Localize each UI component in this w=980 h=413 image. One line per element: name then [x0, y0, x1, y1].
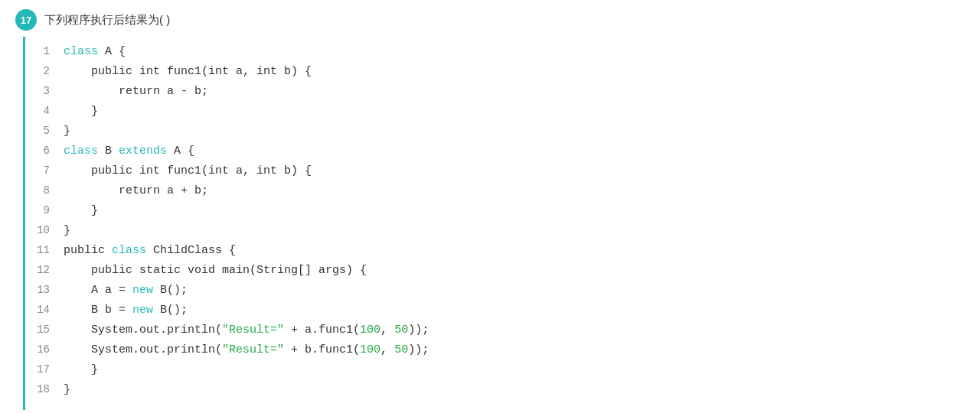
code-line: 7 public int func1(int a, int b) { — [25, 164, 957, 184]
code-text: B b = new B(); — [64, 304, 188, 317]
code-text: } — [64, 125, 70, 138]
line-number: 6 — [25, 145, 64, 157]
line-number: 18 — [25, 383, 64, 395]
code-text: System.out.println("Result=" + b.func1(1… — [64, 343, 429, 356]
code-line: 11public class ChildClass { — [25, 243, 957, 263]
line-number: 16 — [25, 343, 64, 356]
code-text: return a - b; — [64, 85, 208, 98]
code-line: 18} — [25, 382, 957, 402]
code-text: System.out.println("Result=" + a.func1(1… — [64, 324, 429, 337]
code-line: 9 } — [25, 203, 957, 223]
code-line: 4 } — [25, 104, 957, 124]
code-text: public class ChildClass { — [64, 244, 236, 257]
code-line: 6class B extends A { — [25, 144, 957, 164]
code-line: 14 B b = new B(); — [25, 303, 957, 323]
code-text: } — [64, 204, 98, 217]
code-text: class B extends A { — [64, 145, 194, 158]
code-text: return a + b; — [64, 184, 208, 197]
line-number: 5 — [25, 125, 64, 137]
code-text: public static void main(String[] args) { — [64, 264, 367, 277]
code-text: } — [64, 363, 98, 376]
code-line: 16 System.out.println("Result=" + b.func… — [25, 343, 957, 363]
code-text: public int func1(int a, int b) { — [64, 164, 312, 177]
code-text: A a = new B(); — [64, 284, 188, 297]
line-number: 13 — [25, 284, 64, 296]
code-text: } — [64, 383, 70, 396]
line-number: 12 — [25, 264, 64, 276]
line-number: 14 — [25, 304, 64, 316]
question-header: 17 下列程序执行后结果为( ) — [0, 0, 980, 37]
code-line: 8 return a + b; — [25, 184, 957, 203]
line-number: 1 — [25, 45, 64, 57]
code-line: 1class A { — [25, 44, 957, 64]
line-number: 7 — [25, 164, 64, 177]
code-block: 1class A {2 public int func1(int a, int … — [23, 37, 957, 410]
line-number: 10 — [25, 224, 64, 236]
code-line: 2 public int func1(int a, int b) { — [25, 64, 957, 84]
code-line: 12 public static void main(String[] args… — [25, 263, 957, 283]
line-number: 8 — [25, 184, 64, 197]
question-text: 下列程序执行后结果为( ) — [44, 13, 170, 28]
code-line: 5} — [25, 124, 957, 144]
line-number: 2 — [25, 65, 64, 77]
code-line: 10} — [25, 223, 957, 243]
line-number: 17 — [25, 363, 64, 376]
code-text: public int func1(int a, int b) { — [64, 65, 312, 78]
code-line: 15 System.out.println("Result=" + a.func… — [25, 323, 957, 343]
code-text: class A { — [64, 45, 126, 58]
line-number: 4 — [25, 105, 64, 117]
code-text: } — [64, 224, 70, 237]
code-text: } — [64, 105, 98, 118]
line-number: 15 — [25, 324, 64, 336]
line-number: 9 — [25, 204, 64, 216]
code-line: 13 A a = new B(); — [25, 283, 957, 303]
line-number: 11 — [25, 244, 64, 256]
question-badge: 17 — [15, 9, 37, 31]
code-line: 3 return a - b; — [25, 84, 957, 104]
line-number: 3 — [25, 85, 64, 97]
code-line: 17 } — [25, 363, 957, 382]
